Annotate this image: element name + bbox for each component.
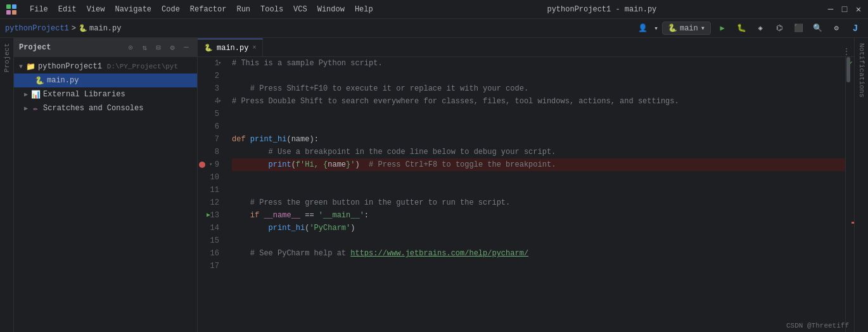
- tab-menu-button[interactable]: ⋮: [839, 47, 854, 56]
- code-line-1: # This is a sample Python script.: [232, 57, 845, 70]
- code-line-5: [232, 108, 845, 120]
- run-config-python-icon: 🐍: [668, 23, 677, 33]
- gutter-line-1: ▾ 1: [198, 57, 224, 70]
- stop-button[interactable]: ⬛: [791, 21, 806, 36]
- tree-root-label: pythonProject1: [38, 62, 102, 71]
- project-panel-expand-all-icon[interactable]: ⇅: [139, 42, 150, 53]
- nav-bar: pythonProject1 > 🐍 main.py 👤 ▾ 🐍 main ▾ …: [0, 19, 868, 38]
- settings-button[interactable]: ⚙: [829, 21, 844, 36]
- scrollbar-area[interactable]: ✓: [845, 57, 854, 332]
- project-panel-title: Project: [19, 43, 51, 52]
- project-panel-gear-icon[interactable]: ⚙: [167, 42, 178, 53]
- breadcrumb-project[interactable]: pythonProject1: [5, 24, 69, 33]
- code-line-10: [232, 171, 845, 184]
- user-icon[interactable]: 👤: [635, 21, 650, 36]
- tree-item-external-libs[interactable]: ▶ 📊 External Libraries: [14, 87, 197, 101]
- menu-file[interactable]: File: [25, 4, 53, 15]
- editor-area: 🐍 main.py × ⋮ ▾ 1 2 3 ▾ 4 5 6: [198, 38, 854, 332]
- tree-expand-root[interactable]: ▼: [19, 63, 23, 70]
- fold-icon-4[interactable]: ▾: [218, 95, 221, 108]
- fold-icon-1[interactable]: ▾: [218, 57, 221, 70]
- breadcrumb: pythonProject1 > 🐍 main.py: [5, 24, 121, 33]
- notifications-tab[interactable]: Notifications: [857, 41, 867, 100]
- tab-mainpy[interactable]: 🐍 main.py ×: [198, 39, 263, 56]
- code-line-2: [232, 70, 845, 82]
- menu-navigate[interactable]: Navigate: [110, 4, 156, 15]
- gutter-line-13: ▶ 13: [198, 209, 224, 222]
- menu-code[interactable]: Code: [157, 4, 184, 15]
- svg-rect-0: [6, 4, 11, 9]
- menu-vcs[interactable]: VCS: [289, 4, 312, 15]
- gutter-line-17: 17: [198, 260, 224, 272]
- maximize-button[interactable]: □: [840, 5, 849, 14]
- fold-icon-9: ▾: [209, 158, 212, 171]
- project-panel-locate-icon[interactable]: ⊙: [125, 42, 136, 53]
- project-panel-collapse-icon[interactable]: ⊟: [153, 42, 164, 53]
- gutter-line-16: 16: [198, 247, 224, 260]
- ext-libs-icon: 📊: [30, 89, 41, 99]
- tab-filename: main.py: [217, 44, 248, 53]
- menu-view[interactable]: View: [82, 4, 110, 15]
- tree-expand-ext[interactable]: ▶: [24, 91, 28, 98]
- project-panel-header: Project ⊙ ⇅ ⊟ ⚙ —: [14, 38, 197, 57]
- tab-close-button[interactable]: ×: [252, 44, 256, 51]
- profile-button[interactable]: ⌬: [772, 21, 787, 36]
- code-line-8: # Use a breakpoint in the code line belo…: [232, 146, 845, 158]
- coverage-button[interactable]: ◈: [753, 21, 768, 36]
- jb-account-icon[interactable]: J: [848, 21, 863, 36]
- breakpoint-scroll-indicator: [852, 222, 854, 224]
- gutter-line-2: 2: [198, 70, 224, 82]
- code-line-4: # Press Double Shift to search everywher…: [232, 95, 845, 108]
- gutter-line-15: 15: [198, 234, 224, 247]
- gutter-line-10: 10: [198, 171, 224, 184]
- menu-help[interactable]: Help: [350, 4, 378, 15]
- gutter-line-4: ▾ 4: [198, 95, 224, 108]
- close-button[interactable]: ✕: [854, 5, 863, 14]
- tree-item-root[interactable]: ▼ 📁 pythonProject1 D:\PY_Project\pyt: [14, 60, 197, 73]
- menu-refactor[interactable]: Refactor: [186, 4, 231, 15]
- menu-edit[interactable]: Edit: [54, 4, 81, 15]
- svg-rect-2: [6, 10, 11, 15]
- code-line-17: [232, 260, 845, 272]
- svg-rect-1: [12, 4, 16, 9]
- title-bar-right: ─ □ ✕: [826, 5, 863, 14]
- code-line-15: [232, 234, 845, 247]
- run-config-button[interactable]: 🐍 main ▾: [662, 22, 711, 35]
- debug-button[interactable]: 🐛: [734, 21, 749, 36]
- code-content[interactable]: # This is a sample Python script. # Pres…: [229, 57, 845, 332]
- gutter-line-3: 3: [198, 82, 224, 95]
- tree-external-libs-label: External Libraries: [43, 90, 125, 99]
- run-button[interactable]: ▶: [715, 21, 730, 36]
- main-layout: Project Project ⊙ ⇅ ⊟ ⚙ — ▼ 📁 pythonProj…: [0, 38, 868, 332]
- window-title: pythonProject1 - main.py: [547, 5, 656, 14]
- code-editor[interactable]: ▾ 1 2 3 ▾ 4 5 6 7 8 ▾ 9 10 11: [198, 57, 854, 332]
- code-line-14: print_hi('PyCharm'): [232, 222, 845, 234]
- menu-run[interactable]: Run: [232, 4, 255, 15]
- menu-window[interactable]: Window: [313, 4, 349, 15]
- scrollbar-thumb[interactable]: [846, 57, 850, 82]
- menu-bar: File Edit View Navigate Code Refactor Ru…: [25, 4, 378, 15]
- breakpoint-marker[interactable]: [199, 162, 205, 168]
- app-logo: [5, 3, 18, 16]
- breadcrumb-file: 🐍 main.py: [79, 24, 121, 33]
- tree-item-mainpy[interactable]: 🐍 main.py: [14, 73, 197, 87]
- breadcrumb-filename[interactable]: main.py: [89, 24, 121, 33]
- py-file-icon: 🐍: [34, 75, 44, 86]
- tree-item-scratches[interactable]: ▶ ✏ Scratches and Consoles: [14, 101, 197, 115]
- sidebar-tab-project[interactable]: Project: [2, 41, 12, 75]
- project-panel-minimize-icon[interactable]: —: [181, 42, 192, 53]
- search-everywhere-button[interactable]: 🔍: [810, 21, 825, 36]
- gutter-line-8: 8: [198, 146, 224, 158]
- code-line-6: [232, 120, 845, 133]
- breadcrumb-separator: >: [72, 24, 76, 33]
- project-panel-tools: ⊙ ⇅ ⊟ ⚙ —: [125, 42, 192, 53]
- tree-expand-scratches[interactable]: ▶: [24, 105, 28, 112]
- user-dropdown[interactable]: ▾: [654, 24, 658, 32]
- code-line-11: [232, 184, 845, 196]
- tree-scratches-label: Scratches and Consoles: [43, 104, 143, 113]
- gutter-line-11: 11: [198, 184, 224, 196]
- minimize-button[interactable]: ─: [826, 5, 835, 14]
- menu-tools[interactable]: Tools: [256, 4, 288, 15]
- tree-mainpy-label: main.py: [47, 76, 79, 85]
- project-panel: Project ⊙ ⇅ ⊟ ⚙ — ▼ 📁 pythonProject1 D:\…: [14, 38, 198, 332]
